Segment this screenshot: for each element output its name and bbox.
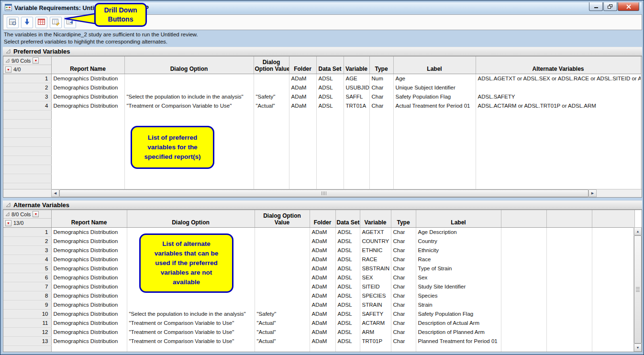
disclosure-icon[interactable]: [6, 201, 11, 209]
cell-dialog-option-value[interactable]: [254, 120, 289, 129]
cell-dialog-option[interactable]: [124, 111, 254, 120]
table-row[interactable]: 12 Demographics Distribution "Treatment …: [3, 328, 634, 337]
cell-empty[interactable]: [546, 310, 592, 319]
cell-alternate-variables[interactable]: [476, 111, 641, 120]
cell-label[interactable]: Unique Subject Identifier: [393, 83, 476, 92]
column-header[interactable]: [501, 210, 546, 228]
cell-type[interactable]: Char: [391, 264, 416, 273]
row-number[interactable]: [3, 165, 51, 174]
cell-report-name[interactable]: [51, 147, 124, 156]
cell-empty[interactable]: [501, 300, 546, 310]
column-header[interactable]: Label: [393, 56, 476, 74]
cell-empty[interactable]: [592, 228, 634, 237]
vertical-scrollbar[interactable]: ▲ ▼: [633, 227, 642, 352]
cell-empty[interactable]: [501, 228, 546, 237]
column-header[interactable]: [592, 210, 634, 228]
cell-label[interactable]: [393, 120, 476, 129]
cell-type[interactable]: [391, 346, 416, 353]
cell-dialog-option-value[interactable]: [255, 291, 310, 300]
cell-label[interactable]: [393, 147, 476, 156]
cell-dialog-option[interactable]: [127, 300, 255, 310]
cell-type[interactable]: Char: [391, 282, 416, 291]
cell-report-name[interactable]: Demographics Distribution: [51, 74, 124, 83]
cell-empty[interactable]: [501, 264, 546, 273]
cell-type[interactable]: Char: [391, 237, 416, 246]
table-row[interactable]: 2 Demographics Distribution ADaM ADSL CO…: [3, 237, 634, 246]
cell-variable[interactable]: COUNTRY: [360, 237, 391, 246]
alternate-section-header[interactable]: Alternate Variables: [3, 200, 642, 210]
cell-type[interactable]: Char: [391, 300, 416, 310]
table-row[interactable]: 13 Demographics Distribution "Treatment …: [3, 337, 634, 346]
cell-type[interactable]: [369, 111, 393, 120]
cell-variable[interactable]: AGE: [344, 74, 369, 83]
cell-label[interactable]: Strain: [416, 300, 501, 310]
cell-variable[interactable]: STRAIN: [360, 300, 391, 310]
cell-variable[interactable]: ACTARM: [360, 319, 391, 328]
cell-data-set[interactable]: ADSL: [335, 255, 360, 264]
cell-report-name[interactable]: Demographics Distribution: [51, 291, 127, 300]
cell-dialog-option-value[interactable]: [254, 138, 289, 147]
table-row[interactable]: [3, 138, 641, 147]
disclosure-icon[interactable]: [5, 211, 10, 217]
cell-report-name[interactable]: [51, 138, 124, 147]
cell-data-set[interactable]: [316, 165, 344, 174]
column-header[interactable]: Data Set: [335, 210, 360, 228]
table-row[interactable]: [3, 346, 634, 353]
cell-type[interactable]: [369, 147, 393, 156]
table-row[interactable]: 7 Demographics Distribution ADaM ADSL SI…: [3, 282, 634, 291]
column-header[interactable]: Dialog Option Value: [255, 210, 310, 228]
row-number[interactable]: 12: [3, 328, 51, 337]
cell-report-name[interactable]: Demographics Distribution: [51, 237, 127, 246]
table-row[interactable]: [3, 111, 641, 120]
row-number[interactable]: [3, 129, 51, 138]
cell-variable[interactable]: [344, 147, 369, 156]
cell-variable[interactable]: [344, 174, 369, 183]
cell-variable[interactable]: [344, 165, 369, 174]
cell-data-set[interactable]: [316, 111, 344, 120]
cell-empty[interactable]: [592, 282, 634, 291]
row-number[interactable]: 2: [3, 83, 51, 92]
cell-alternate-variables[interactable]: [476, 83, 641, 92]
table-row[interactable]: 10 Demographics Distribution "Select the…: [3, 310, 634, 319]
row-number[interactable]: 3: [3, 246, 51, 255]
cell-label[interactable]: [393, 165, 476, 174]
scroll-right-button[interactable]: ▶: [588, 189, 597, 197]
drill-edit-table-button[interactable]: [50, 17, 62, 28]
column-header[interactable]: Type: [391, 210, 416, 228]
cell-label[interactable]: Ethnicity: [416, 246, 501, 255]
cell-data-set[interactable]: [316, 147, 344, 156]
cell-empty[interactable]: [592, 310, 634, 319]
cell-folder[interactable]: [289, 120, 316, 129]
cell-empty[interactable]: [546, 346, 592, 353]
cell-dialog-option-value[interactable]: [255, 237, 310, 246]
table-row[interactable]: 8 Demographics Distribution ADaM ADSL SP…: [3, 291, 634, 300]
cell-dialog-option-value[interactable]: [255, 246, 310, 255]
cell-empty[interactable]: [546, 273, 592, 282]
row-number[interactable]: 3: [3, 92, 51, 101]
row-number[interactable]: [3, 111, 51, 120]
cell-dialog-option-value[interactable]: [255, 273, 310, 282]
cell-data-set[interactable]: ADSL: [316, 101, 344, 111]
table-row[interactable]: 2 Demographics Distribution ADaM ADSL US…: [3, 83, 641, 92]
column-header[interactable]: Report Name: [51, 56, 124, 74]
disclosure-icon[interactable]: [6, 48, 11, 55]
columns-menu-icon[interactable]: ▼: [33, 211, 39, 217]
cell-folder[interactable]: ADaM: [310, 255, 335, 264]
cell-dialog-option-value[interactable]: [254, 83, 289, 92]
cell-dialog-option-value[interactable]: [255, 346, 310, 353]
cell-dialog-option[interactable]: "Select the population to include in the…: [124, 92, 254, 101]
row-number[interactable]: 5: [3, 264, 51, 273]
cell-report-name[interactable]: Demographics Distribution: [51, 273, 127, 282]
cell-empty[interactable]: [501, 337, 546, 346]
cell-empty[interactable]: [592, 300, 634, 310]
column-header[interactable]: Folder: [289, 56, 316, 74]
cell-type[interactable]: Char: [391, 319, 416, 328]
row-number[interactable]: 2: [3, 237, 51, 246]
cell-folder[interactable]: [289, 165, 316, 174]
cell-data-set[interactable]: ADSL: [335, 282, 360, 291]
table-row[interactable]: 4 Demographics Distribution ADaM ADSL RA…: [3, 255, 634, 264]
cell-folder[interactable]: ADaM: [310, 264, 335, 273]
row-number[interactable]: 4: [3, 101, 51, 111]
cell-variable[interactable]: SITEID: [360, 282, 391, 291]
cell-dialog-option-value[interactable]: "Safety": [255, 310, 310, 319]
